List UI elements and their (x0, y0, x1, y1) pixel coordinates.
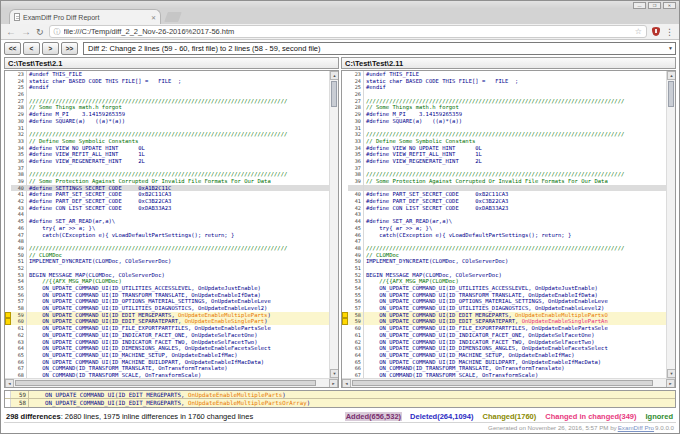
code-segment: ON_UPDATE_COMMAND_UI(ID_TRANSFORM_TRANSL… (29, 292, 261, 298)
code-segment: #define SQUARE(a) ((a)*(a)) (366, 118, 462, 124)
code-segment: #define M_PI 3.14159265359 (29, 111, 125, 117)
left-hscroll-thumb[interactable] (15, 380, 316, 386)
left-horizontal-scrollbar[interactable]: ◄ ► (5, 378, 338, 387)
back-icon[interactable]: ← (6, 27, 16, 37)
dropdown-arrow-icon[interactable]: ▼ (668, 46, 673, 51)
code-line: 38//////////////////////////////////////… (5, 171, 329, 178)
new-tab-button[interactable] (164, 12, 182, 22)
code-line: 59 ON_UPDATE_COMMAND_UI(ID_EDIT_MERGEPAR… (5, 312, 329, 319)
first-diff-button[interactable]: << (4, 42, 21, 55)
window-close-button[interactable]: ✕ (663, 2, 676, 9)
window-maximize-button[interactable]: ❐ (648, 2, 661, 9)
left-vertical-scrollbar[interactable]: ▲ ▼ (329, 71, 338, 378)
right-hscroll-thumb[interactable] (352, 380, 653, 386)
code-text: #define SQUARE(a) ((a)*(a)) (27, 118, 329, 125)
code-segment: ON_UPDATE_COMMAND_UI(ID_OPTIONS_MATERIAL… (29, 298, 271, 304)
tab-close-icon[interactable]: ✕ (151, 14, 156, 21)
code-segment: ON_UPDATE_COMMAND_UI(ID_INDICATOR_FACET_… (366, 339, 594, 345)
code-text: //{{AFX_MSG_MAP(CLOMDoc) (27, 278, 329, 285)
code-segment: ) (267, 312, 270, 318)
url-text[interactable]: file:///C:/Temp/diff_2_2_Nov-26-2016%201… (64, 27, 632, 36)
line-number: 40 (11, 185, 27, 192)
code-text: try{ ar >> a; }\ (27, 225, 329, 232)
diff-count: 298 differences (6, 412, 61, 421)
code-line: 46 catch(CException e){ vLoadDefaultPart… (342, 232, 666, 239)
address-bar[interactable]: ⓘ file:///C:/Temp/diff_2_2_Nov-26-2016%2… (49, 25, 647, 38)
line-number: 27 (348, 98, 364, 105)
code-text: ON_UPDATE_COMMAND_UI(ID_UTILITIES_ACCESS… (364, 285, 666, 292)
browser-tab[interactable]: ExamDiff Pro Diff Report ✕ (9, 9, 161, 24)
scroll-down-icon[interactable]: ▼ (330, 369, 339, 378)
right-code-pane: 23#undef THIS_FILE24static char BASED_CO… (341, 70, 676, 388)
code-line: 64 ON_UPDATE_COMMAND_UI(ID_DIMENSIONS_AN… (5, 345, 329, 352)
right-horizontal-scrollbar[interactable]: ◄ ► (342, 378, 675, 387)
line-number: 35 (11, 151, 27, 158)
next-diff-button[interactable]: > (42, 42, 59, 55)
code-line: 39// Some Protection Against Corrupted O… (342, 178, 666, 185)
scroll-up-icon[interactable]: ▲ (330, 71, 339, 80)
scroll-left-icon[interactable]: ◄ (5, 379, 14, 388)
examdiff-pro-link[interactable]: ExamDiff Pro (618, 424, 654, 431)
code-segment: #endif (29, 84, 49, 90)
code-line: 58 ON_UPDATE_COMMAND_UI(ID_EDIT_MERGEPAR… (342, 312, 666, 319)
page-info-icon[interactable]: ⓘ (54, 27, 61, 37)
line-number: 48 (348, 245, 364, 252)
browser-menu-icon[interactable]: ⋮ (665, 27, 674, 37)
pane-headers: C:\Test\Test\2.1 C:\Test\Test\2.11 (4, 57, 676, 69)
scroll-down-icon[interactable]: ▼ (667, 369, 676, 378)
code-segment: ON_UPDATE_COMMAND_UI(ID_MACHINE_BUILDPAR… (29, 359, 264, 365)
code-text: BEGIN_MESSAGE_MAP(CLOMDoc, COleServerDoc… (364, 272, 666, 279)
code-segment: ON_UPDATE_COMMAND_UI(ID_EDIT_SEPARATEPAR… (366, 318, 522, 324)
diff-selector-dropdown[interactable]: Diff 2: Change 2 lines (59 - 60, first f… (83, 42, 676, 55)
line-number: 61 (11, 325, 27, 332)
scroll-left-icon[interactable]: ◄ (342, 379, 351, 388)
code-text: #undef THIS_FILE (364, 71, 666, 78)
last-diff-button[interactable]: >> (61, 42, 78, 55)
code-line: 24static char BASED_CODE THIS_FILE[] = _… (342, 78, 666, 85)
code-segment: ) (282, 392, 286, 398)
line-number: 47 (348, 238, 364, 245)
bookmark-star-icon[interactable]: ☆ (635, 27, 642, 36)
code-line: 29#define M_PI 3.14159265359 (342, 111, 666, 118)
scroll-right-icon[interactable]: ► (329, 379, 338, 388)
line-number: 41 (348, 198, 364, 205)
code-segment: #define PART_SET_SECRET_CODE 0xB2C11CA3 (29, 191, 171, 197)
code-line: 65 ON_UPDATE_COMMAND_UI(ID_MACHINE_SETUP… (5, 352, 329, 359)
code-segment: ON_UPDATE_COMMAND_UI(ID_DIMENSIONS_ANGLE… (29, 345, 271, 351)
page-favicon-icon (14, 13, 20, 21)
line-number: 43 (348, 211, 364, 218)
line-number: 56 (348, 298, 364, 305)
code-line: 60 ON_UPDATE_COMMAND_UI(ID_EDIT_SEPARATE… (5, 318, 329, 325)
code-text: // Some Things math.h forgot (364, 104, 666, 111)
code-text: #define CON_LIST_SECRET_CODE 0xDAB33A23 (27, 205, 329, 212)
forward-icon[interactable]: → (21, 27, 31, 37)
scroll-right-icon[interactable]: ► (666, 379, 675, 388)
code-text (364, 165, 666, 172)
left-vscroll-thumb[interactable] (331, 81, 337, 107)
code-text: ON_UPDATE_COMMAND_UI(ID_EDIT_MERGEPARTS,… (364, 312, 666, 319)
code-line: 23#undef THIS_FILE (342, 71, 666, 78)
line-number: 46 (348, 232, 364, 239)
line-number: 31 (11, 125, 27, 132)
line-number: 66 (11, 359, 27, 366)
window-minimize-button[interactable]: — (633, 2, 646, 9)
prev-diff-button[interactable]: < (23, 42, 40, 55)
code-text: // Some Things math.h forgot (27, 104, 329, 111)
code-segment: static char BASED_CODE THIS_FILE[] = __F… (366, 78, 518, 84)
code-text: ON_UPDATE_COMMAND_UI(ID_INDICATOR_FACET_… (364, 332, 666, 339)
code-line: 65 ON_UPDATE_COMMAND_UI(ID_MACHINE_BUILD… (342, 359, 666, 366)
right-vscroll-thumb[interactable] (668, 81, 674, 107)
code-line: 50IMPLEMENT_DYNCREATE(CLOMDoc, COleServe… (342, 258, 666, 265)
line-number: 59 (11, 391, 29, 398)
scroll-up-icon[interactable]: ▲ (667, 71, 676, 80)
code-segment: ON_UPDATE_COMMAND_UI(ID_MACHINE_BUILDPAR… (366, 359, 601, 365)
right-vertical-scrollbar[interactable]: ▲ ▼ (666, 71, 675, 378)
code-line: 58 ON_UPDATE_COMMAND_UI(ID_UTILITIES_DIA… (5, 305, 329, 312)
code-text: ON_UPDATE_COMMAND_UI(ID_UTILITIES_DIAGNO… (364, 305, 666, 312)
refresh-icon[interactable]: ↻ (36, 27, 44, 37)
code-text (27, 238, 329, 245)
code-text: #undef THIS_FILE (27, 71, 329, 78)
line-number: 25 (11, 84, 27, 91)
code-segment: ////////////////////////////////////////… (29, 245, 287, 251)
extension-shield-icon[interactable] (652, 27, 660, 36)
